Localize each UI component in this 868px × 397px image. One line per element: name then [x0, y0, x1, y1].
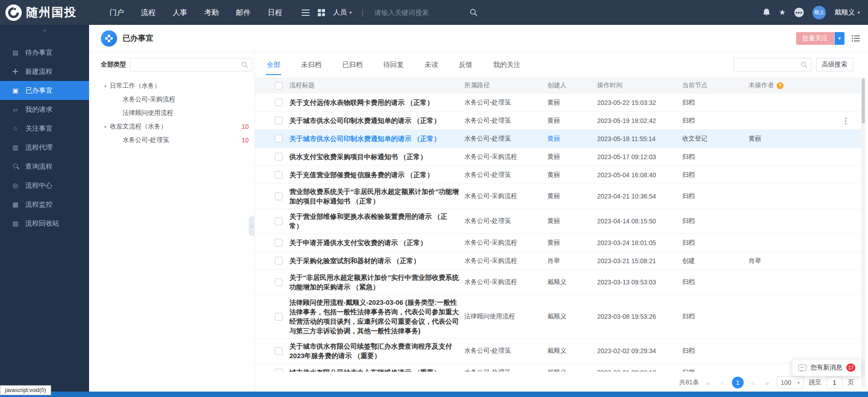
hamburger-menu-icon[interactable]	[302, 9, 310, 16]
cell-flow-title[interactable]: 城市供水有限公司抄表中心车辆维修请示 （重要）	[289, 365, 464, 372]
row-checkbox[interactable]	[275, 279, 283, 286]
row-checkbox[interactable]	[275, 99, 283, 106]
sidebar-item-recycle[interactable]: ▧流程回收站	[0, 214, 89, 233]
select-all-checkbox[interactable]	[275, 82, 283, 90]
user-menu[interactable]: 戴顺义 ▾	[835, 8, 860, 17]
table-row[interactable]: 关于城市供水公司印制水费通知单的请示 （正常）水务公司-处理笺黄丽2023-05…	[255, 112, 861, 130]
cell-flow-title[interactable]: 关于城市供水公司印制水费通知单的请示 （正常）	[289, 131, 464, 146]
batch-follow-button[interactable]: 批量关注	[796, 32, 834, 45]
table-row[interactable]: 营业部收费系统关于“非居民用水超定额累计加价”功能增加的项目中标通知书 （正常）…	[255, 184, 861, 209]
tab-3[interactable]: 待回复	[382, 58, 405, 72]
row-checkbox[interactable]	[275, 257, 283, 265]
tree-collapse-handle[interactable]: ‹	[249, 216, 255, 236]
page-number-button[interactable]: 1	[732, 377, 744, 388]
topnav-item-5[interactable]: 日程	[259, 0, 291, 25]
cell-flow-title[interactable]: 关于城市供水公司印制水费通知单的请示 （正常）	[289, 113, 464, 128]
row-more-actions-icon[interactable]: ⋮	[842, 117, 849, 124]
cell-flow-title[interactable]: 关于采购化验室试剂和器材的请示 （正常）	[289, 253, 464, 268]
sidebar-item-followed[interactable]: ☆关注事宜	[0, 119, 89, 138]
table-row[interactable]: 关于采购化验室试剂和器材的请示 （正常）水务公司-采购流程肖举2023-03-2…	[255, 252, 861, 270]
tree-expander-icon[interactable]: ▾	[101, 84, 110, 89]
page-size-select[interactable]: 100 ▾	[777, 376, 804, 389]
jump-page-input[interactable]	[826, 377, 843, 388]
cell-flow-title[interactable]: 关于营业部维修和更换水表检验装置费用的请示 （正常）	[289, 209, 464, 233]
topnav-item-2[interactable]: 人事	[164, 0, 196, 25]
view-list-icon[interactable]	[852, 35, 860, 42]
messages-icon[interactable]: •••	[794, 8, 804, 17]
advanced-search-button[interactable]: 高级搜索	[816, 58, 853, 71]
prev-page-button[interactable]: ‹	[718, 379, 727, 387]
search-icon[interactable]	[470, 9, 477, 16]
help-icon[interactable]: ?	[777, 82, 783, 89]
row-checkbox[interactable]	[275, 239, 283, 246]
topnav-item-1[interactable]: 流程	[132, 0, 164, 25]
sidebar-item-proxy[interactable]: ▥流程代理	[0, 138, 89, 157]
app-logo[interactable]: 随州国投	[0, 5, 89, 21]
tab-4[interactable]: 未读	[424, 58, 439, 72]
row-checkbox[interactable]	[275, 171, 283, 179]
row-checkbox[interactable]	[275, 313, 283, 321]
row-checkbox[interactable]	[275, 217, 283, 225]
row-checkbox[interactable]	[275, 135, 283, 142]
search-scope-select[interactable]: 人员 ▾	[333, 8, 352, 17]
tree-filter-input[interactable]	[134, 61, 241, 69]
sidebar-item-todo[interactable]: ▤待办事宜	[0, 43, 89, 62]
table-row[interactable]: 城市供水有限公司抄表中心车辆维修请示 （重要）水务公司-处理笺戴顺义2023-0…	[255, 364, 861, 372]
scrollbar-thumb[interactable]	[862, 78, 865, 123]
cell-flow-title[interactable]: 营业部收费系统关于“非居民用水超定额累计加价”功能增加的项目中标通知书 （正常）	[289, 184, 464, 208]
tab-1[interactable]: 未归档	[300, 58, 322, 72]
cell-flow-title[interactable]: 关于“非居民用水超定额累计加价”实行中营业部收费系统功能增加的采购请示 （紧急）	[289, 270, 464, 294]
table-row[interactable]: 关于“非居民用水超定额累计加价”实行中营业部收费系统功能增加的采购请示 （紧急）…	[255, 270, 861, 295]
user-avatar[interactable]: 顺义	[812, 6, 826, 19]
sidebar-item-flow-center[interactable]: ◎流程中心	[0, 176, 89, 195]
sidebar-item-done[interactable]: ▣已办事宜	[0, 81, 89, 100]
row-checkbox[interactable]	[275, 369, 283, 372]
tab-2[interactable]: 已归档	[341, 58, 363, 72]
table-row[interactable]: 关于申请开通供水支付宝收费的请示 （正常）水务公司-采购流程黄丽2023-03-…	[255, 234, 861, 252]
row-checkbox[interactable]	[275, 153, 283, 161]
cell-flow-title[interactable]: 关于城市供水有限公司续签鄂汇办水费查询程序及支付2023年服务费的请示 （重要）	[289, 339, 464, 363]
new-message-toast[interactable]: •• 您有新消息 17	[792, 359, 862, 376]
tree-node-2[interactable]: 法律顾问使用流程	[101, 106, 252, 120]
apps-grid-icon[interactable]	[318, 9, 325, 16]
tree-node-3[interactable]: ▾收发文流程（水务）10	[101, 120, 252, 133]
row-checkbox[interactable]	[275, 117, 283, 124]
sidebar-item-monitor[interactable]: ▦流程监控	[0, 195, 89, 214]
table-row[interactable]: 供水支付宝收费采购项目中标通知书 （正常）水务公司-采购流程黄丽2023-05-…	[255, 148, 861, 166]
table-row[interactable]: 关于城市供水公司印制水费通知单的请示 （正常）水务公司-处理笺黄丽2023-05…	[255, 130, 861, 148]
table-row[interactable]: 法律顾问使用流程-戴顺义-2023-03-06 (服务类型:一般性法律事务，包括…	[255, 295, 861, 339]
global-search-input[interactable]	[373, 8, 462, 17]
list-search-input[interactable]	[738, 61, 801, 69]
tree-expander-icon[interactable]: ▾	[101, 124, 110, 129]
last-page-button[interactable]: »	[763, 379, 772, 387]
next-page-button[interactable]: ›	[749, 379, 758, 387]
tree-node-0[interactable]: ▾日常工作（水务）	[101, 79, 252, 93]
table-row[interactable]: 关于营业部维修和更换水表检验装置费用的请示 （正常）水务公司-处理笺黄丽2023…	[255, 209, 861, 234]
table-row[interactable]: 关于城市供水有限公司续签鄂汇办水费查询程序及支付2023年服务费的请示 （重要）…	[255, 339, 861, 364]
tree-node-4[interactable]: 水务公司-处理笺10	[101, 133, 252, 147]
favorites-star-icon[interactable]: ★	[779, 8, 786, 17]
table-row[interactable]: 关于支付远传水表物联网卡费用的请示 （正常）水务公司-处理笺黄丽2023-05-…	[255, 94, 861, 112]
cell-flow-title[interactable]: 关于充值营业部催费短信服务费的请示 （正常）	[289, 167, 464, 182]
sidebar-item-my-requests[interactable]: ▱我的请求	[0, 100, 89, 119]
cell-flow-title[interactable]: 法律顾问使用流程-戴顺义-2023-03-06 (服务类型:一般性法律事务，包括…	[289, 295, 464, 338]
table-row[interactable]: 关于充值营业部催费短信服务费的请示 （正常）水务公司-处理笺黄丽2023-05-…	[255, 166, 861, 184]
row-checkbox[interactable]	[275, 193, 283, 200]
tab-5[interactable]: 反馈	[458, 58, 473, 72]
cell-flow-title[interactable]: 供水支付宝收费采购项目中标通知书 （正常）	[289, 149, 464, 164]
tab-6[interactable]: 我的关注	[492, 58, 521, 72]
row-checkbox[interactable]	[275, 347, 283, 355]
tree-node-1[interactable]: 水务公司-采购流程	[101, 93, 252, 106]
bell-icon[interactable]	[763, 8, 770, 17]
tab-0[interactable]: 全部	[266, 58, 281, 72]
topnav-item-3[interactable]: 考勤	[196, 0, 227, 25]
table-scrollbar[interactable]	[861, 77, 865, 388]
sidebar-collapse-handle[interactable]: ≡	[0, 25, 89, 36]
batch-follow-dropdown-button[interactable]: ▼	[835, 32, 844, 45]
sidebar-item-new-flow[interactable]: 新建流程	[0, 62, 89, 81]
topnav-item-0[interactable]: 门户	[101, 0, 132, 25]
cell-flow-title[interactable]: 关于申请开通供水支付宝收费的请示 （正常）	[289, 235, 464, 250]
first-page-button[interactable]: «	[704, 379, 713, 387]
cell-flow-title[interactable]: 关于支付远传水表物联网卡费用的请示 （正常）	[289, 95, 464, 110]
sidebar-item-search-flow[interactable]: 查询流程	[0, 157, 89, 176]
